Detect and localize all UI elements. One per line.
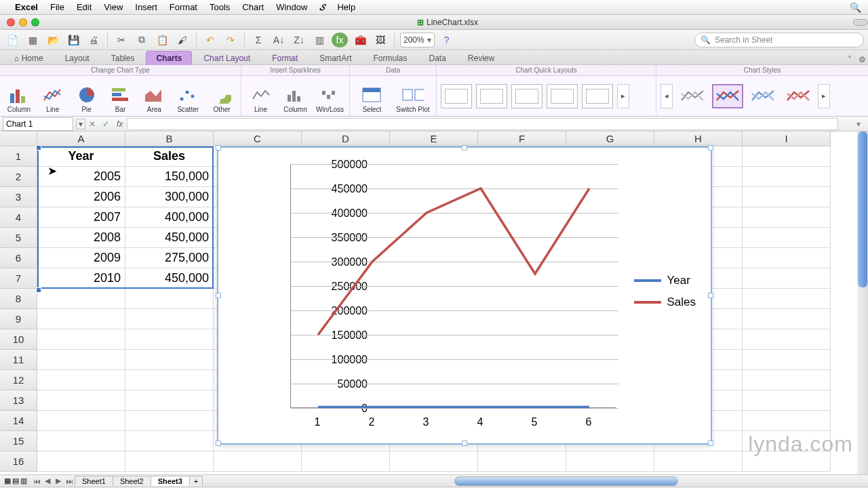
- filter-button[interactable]: ▥: [311, 33, 328, 47]
- cell[interactable]: [654, 451, 743, 472]
- cancel-formula-icon[interactable]: ✕: [85, 119, 99, 129]
- sparkline-winloss[interactable]: Win/Loss: [315, 75, 345, 113]
- cell[interactable]: [37, 411, 125, 431]
- cell[interactable]: [743, 268, 831, 289]
- cell[interactable]: [125, 411, 214, 431]
- cell[interactable]: 2010: [37, 268, 125, 289]
- cell[interactable]: [743, 390, 831, 411]
- media-browser-button[interactable]: 🖼: [372, 33, 389, 47]
- templates-button[interactable]: ▦: [24, 33, 41, 47]
- format-painter-button[interactable]: 🖌: [174, 33, 191, 47]
- save-button[interactable]: 💾: [65, 33, 81, 47]
- menu-script[interactable]: 𝓢: [319, 2, 325, 13]
- tab-review[interactable]: Review: [458, 51, 505, 65]
- undo-button[interactable]: ↶: [202, 33, 218, 47]
- scroll-thumb[interactable]: [858, 131, 867, 287]
- cell[interactable]: [743, 167, 831, 187]
- cell[interactable]: [125, 350, 214, 370]
- fx-icon[interactable]: fx: [117, 119, 123, 129]
- cell[interactable]: [125, 289, 214, 309]
- sheet-nav-last[interactable]: ⏭: [64, 477, 75, 485]
- cell[interactable]: [743, 207, 831, 228]
- row-header[interactable]: 5: [0, 228, 37, 248]
- ribbon-collapse-button[interactable]: ˄: [844, 55, 856, 64]
- cell[interactable]: [743, 370, 831, 390]
- add-sheet-button[interactable]: +: [189, 476, 203, 486]
- ribbon-options-button[interactable]: ⚙: [856, 55, 868, 64]
- sheet-nav-next[interactable]: ▶: [53, 476, 64, 485]
- col-header-E[interactable]: E: [390, 131, 478, 146]
- cell[interactable]: [743, 146, 831, 167]
- switch-plot-button[interactable]: Switch Plot: [394, 75, 432, 113]
- chart-type-line[interactable]: Line: [38, 75, 68, 113]
- cell[interactable]: [743, 187, 831, 207]
- chart-type-scatter[interactable]: Scatter: [173, 75, 203, 113]
- chart-type-pie[interactable]: Pie: [72, 75, 102, 113]
- row-header[interactable]: 3: [0, 187, 37, 207]
- select-data-button[interactable]: Select: [354, 75, 390, 113]
- cell[interactable]: [302, 451, 390, 472]
- sheet-nav-prev[interactable]: ◀: [42, 476, 53, 485]
- cell[interactable]: [125, 431, 214, 451]
- row-header[interactable]: 1: [0, 146, 37, 167]
- select-all-corner[interactable]: [0, 131, 37, 146]
- sort-asc-button[interactable]: A↓: [271, 33, 287, 47]
- tab-layout[interactable]: Layout: [55, 51, 100, 65]
- tab-data[interactable]: Data: [419, 51, 456, 65]
- quick-layout-1[interactable]: [441, 84, 472, 108]
- quick-layout-2[interactable]: [476, 84, 507, 108]
- row-header[interactable]: 9: [0, 309, 37, 329]
- toolbox-button[interactable]: 🧰: [352, 33, 368, 47]
- chart-style-2[interactable]: [712, 84, 743, 108]
- tab-smartart[interactable]: SmartArt: [309, 51, 361, 65]
- menu-edit[interactable]: Edit: [77, 2, 92, 12]
- formula-input[interactable]: [127, 118, 838, 130]
- cell[interactable]: [37, 390, 125, 411]
- col-header-G[interactable]: G: [566, 131, 654, 146]
- row-header[interactable]: 2: [0, 167, 37, 187]
- cut-button[interactable]: ✂: [113, 33, 130, 47]
- cell[interactable]: [743, 309, 831, 329]
- cell[interactable]: 400,000: [125, 207, 214, 228]
- cell[interactable]: [743, 228, 831, 248]
- titlebar-pill[interactable]: [853, 19, 868, 26]
- menu-window[interactable]: Window: [276, 2, 307, 12]
- cell[interactable]: 2007: [37, 207, 125, 228]
- new-workbook-button[interactable]: 📄: [4, 33, 20, 47]
- quick-layout-more[interactable]: ▸: [617, 84, 629, 108]
- menu-tools[interactable]: Tools: [210, 2, 230, 12]
- quick-layout-3[interactable]: [511, 84, 542, 108]
- menu-help[interactable]: Help: [337, 2, 355, 12]
- row-header[interactable]: 10: [0, 329, 37, 350]
- sheet-nav-first[interactable]: ⏮: [31, 477, 42, 485]
- selection-handle[interactable]: [36, 287, 41, 293]
- cell[interactable]: [743, 411, 831, 431]
- chart-plot-area[interactable]: 0500001000001500002000002500003000003500…: [232, 157, 701, 430]
- chart-legend[interactable]: Year Sales: [634, 266, 696, 317]
- cell[interactable]: 450,000: [125, 228, 214, 248]
- cell[interactable]: [37, 329, 125, 350]
- cell[interactable]: [125, 329, 214, 350]
- tab-tables[interactable]: Tables: [101, 51, 145, 65]
- col-header-F[interactable]: F: [478, 131, 566, 146]
- redo-button[interactable]: ↷: [222, 33, 239, 47]
- row-header[interactable]: 8: [0, 289, 37, 309]
- cell[interactable]: 2008: [37, 228, 125, 248]
- chart-styles-next[interactable]: ▸: [818, 84, 830, 108]
- view-btn-3[interactable]: ▥: [20, 476, 27, 485]
- cell[interactable]: 450,000: [125, 268, 214, 289]
- chart-type-column[interactable]: Column: [4, 75, 34, 113]
- chart-type-other[interactable]: Other: [207, 75, 237, 113]
- row-header[interactable]: 16: [0, 451, 37, 472]
- cell[interactable]: 150,000: [125, 167, 214, 187]
- col-header-I[interactable]: I: [743, 131, 831, 146]
- col-header-D[interactable]: D: [302, 131, 390, 146]
- menu-chart[interactable]: Chart: [242, 2, 264, 12]
- cell[interactable]: [125, 309, 214, 329]
- tab-charts[interactable]: Charts: [146, 51, 192, 65]
- row-header[interactable]: 11: [0, 350, 37, 370]
- row-header[interactable]: 14: [0, 411, 37, 431]
- quick-layout-4[interactable]: [547, 84, 578, 108]
- cell[interactable]: [37, 370, 125, 390]
- view-btn-2[interactable]: ▤: [12, 476, 19, 485]
